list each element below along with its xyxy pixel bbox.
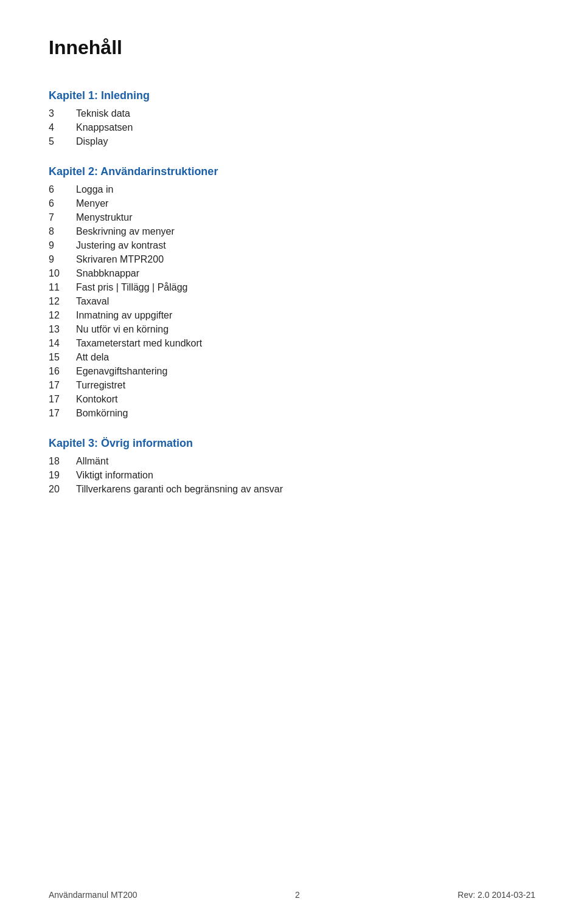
- toc-entry-text: Nu utför vi en körning: [76, 324, 169, 335]
- toc-entry: 8Beskrivning av menyer: [49, 226, 535, 237]
- toc-entry: 17Turregistret: [49, 380, 535, 391]
- toc-entry-text: Snabbknappar: [76, 268, 139, 279]
- toc-entry: 17Bomkörning: [49, 408, 535, 419]
- toc-section-chapter2: Kapitel 2: Användarinstruktioner6Logga i…: [49, 165, 535, 419]
- toc-entry: 13Nu utför vi en körning: [49, 324, 535, 335]
- toc-entry: 18Allmänt: [49, 456, 535, 467]
- chapter-heading-chapter3: Kapitel 3: Övrig information: [49, 437, 535, 450]
- toc-entry: 15Att dela: [49, 352, 535, 363]
- chapter-heading-chapter1: Kapitel 1: Inledning: [49, 89, 535, 102]
- toc-entry-number: 8: [49, 226, 76, 237]
- toc-entry-number: 6: [49, 184, 76, 195]
- footer-left: Användarmanul MT200: [49, 890, 137, 900]
- toc-entry: 16Egenavgiftshantering: [49, 366, 535, 377]
- toc-entry-number: 15: [49, 352, 76, 363]
- toc-entry: 12Inmatning av uppgifter: [49, 310, 535, 321]
- toc-entry-text: Beskrivning av menyer: [76, 226, 175, 237]
- toc-entry-text: Display: [76, 136, 108, 147]
- toc-entry-number: 3: [49, 108, 76, 119]
- footer-right: Rev: 2.0 2014-03-21: [457, 890, 535, 900]
- toc-entry-number: 13: [49, 324, 76, 335]
- toc-entry-number: 12: [49, 296, 76, 307]
- toc-entry-number: 12: [49, 310, 76, 321]
- toc-entry: 7Menystruktur: [49, 212, 535, 223]
- toc-entry-number: 9: [49, 254, 76, 265]
- toc-entry: 12Taxaval: [49, 296, 535, 307]
- toc-entry: 10Snabbknappar: [49, 268, 535, 279]
- toc-entry-text: Logga in: [76, 184, 113, 195]
- toc-entry: 9Skrivaren MTPR200: [49, 254, 535, 265]
- toc-entry: 4Knappsatsen: [49, 122, 535, 133]
- toc-entry-number: 20: [49, 484, 76, 495]
- page-content: Innehåll Kapitel 1: Inledning3Teknisk da…: [0, 0, 584, 562]
- toc-section-chapter1: Kapitel 1: Inledning3Teknisk data4Knapps…: [49, 89, 535, 147]
- toc-entry: 11Fast pris | Tillägg | Pålägg: [49, 282, 535, 293]
- footer-center: 2: [295, 890, 300, 900]
- toc-entry-text: Menyer: [76, 198, 108, 209]
- toc-entry-number: 17: [49, 408, 76, 419]
- toc-entry-text: Justering av kontrast: [76, 240, 166, 251]
- toc-entry: 6Logga in: [49, 184, 535, 195]
- toc-entry-number: 6: [49, 198, 76, 209]
- toc-entry: 6Menyer: [49, 198, 535, 209]
- toc-entry: 17Kontokort: [49, 394, 535, 405]
- toc-entry-number: 16: [49, 366, 76, 377]
- toc-entry-text: Taxaval: [76, 296, 109, 307]
- toc-entry-number: 5: [49, 136, 76, 147]
- toc-entry-text: Egenavgiftshantering: [76, 366, 167, 377]
- toc-entry-number: 4: [49, 122, 76, 133]
- toc-entry: 5Display: [49, 136, 535, 147]
- page-title: Innehåll: [49, 36, 535, 59]
- toc-entry-number: 9: [49, 240, 76, 251]
- toc-entry-number: 19: [49, 470, 76, 481]
- toc-entry-text: Allmänt: [76, 456, 108, 467]
- toc-entry-text: Taxameterstart med kundkort: [76, 338, 202, 349]
- toc-entry: 20Tillverkarens garanti och begränsning …: [49, 484, 535, 495]
- toc-section-chapter3: Kapitel 3: Övrig information18Allmänt19V…: [49, 437, 535, 495]
- toc-entry-text: Turregistret: [76, 380, 125, 391]
- toc-entry: 9Justering av kontrast: [49, 240, 535, 251]
- toc-entry-number: 7: [49, 212, 76, 223]
- toc-entry-text: Att dela: [76, 352, 109, 363]
- toc-entry-number: 17: [49, 394, 76, 405]
- toc-entry: 19Viktigt information: [49, 470, 535, 481]
- toc-entry-text: Teknisk data: [76, 108, 130, 119]
- toc-entry-text: Bomkörning: [76, 408, 128, 419]
- chapter-heading-chapter2: Kapitel 2: Användarinstruktioner: [49, 165, 535, 178]
- toc-entry-number: 18: [49, 456, 76, 467]
- toc-entry-text: Inmatning av uppgifter: [76, 310, 172, 321]
- toc-entry: 3Teknisk data: [49, 108, 535, 119]
- toc-entry-text: Viktigt information: [76, 470, 153, 481]
- toc-entry-number: 14: [49, 338, 76, 349]
- toc-entry: 14Taxameterstart med kundkort: [49, 338, 535, 349]
- toc-container: Kapitel 1: Inledning3Teknisk data4Knapps…: [49, 89, 535, 495]
- toc-entry-text: Kontokort: [76, 394, 117, 405]
- toc-entry-number: 11: [49, 282, 76, 293]
- toc-entry-text: Knappsatsen: [76, 122, 133, 133]
- toc-entry-number: 10: [49, 268, 76, 279]
- toc-entry-number: 17: [49, 380, 76, 391]
- toc-entry-text: Fast pris | Tillägg | Pålägg: [76, 282, 188, 293]
- toc-entry-text: Menystruktur: [76, 212, 132, 223]
- toc-entry-text: Skrivaren MTPR200: [76, 254, 164, 265]
- toc-entry-text: Tillverkarens garanti och begränsning av…: [76, 484, 283, 495]
- page-footer: Användarmanul MT200 2 Rev: 2.0 2014-03-2…: [49, 890, 535, 900]
